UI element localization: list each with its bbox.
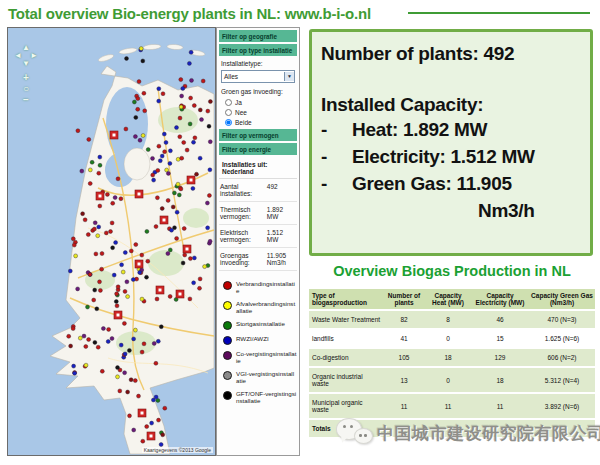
plant-dot-marker[interactable] xyxy=(168,294,172,298)
plant-dot-marker[interactable] xyxy=(146,148,150,152)
plant-dot-marker[interactable] xyxy=(126,390,130,394)
plant-dot-marker[interactable] xyxy=(198,277,202,281)
plant-dot-marker[interactable] xyxy=(134,115,138,119)
plant-dot-marker[interactable] xyxy=(160,207,164,211)
plant-dot-marker[interactable] xyxy=(115,304,119,308)
plant-dot-marker[interactable] xyxy=(162,132,166,136)
red-square-marker[interactable] xyxy=(176,290,184,298)
pan-down-icon[interactable]: ▼ xyxy=(22,60,30,68)
plant-dot-marker[interactable] xyxy=(203,265,207,269)
plant-dot-marker[interactable] xyxy=(151,156,155,160)
plant-dot-marker[interactable] xyxy=(157,144,161,148)
plant-dot-marker[interactable] xyxy=(180,94,184,98)
plant-dot-marker[interactable] xyxy=(90,160,94,164)
plant-dot-marker[interactable] xyxy=(83,218,87,222)
plant-dot-marker[interactable] xyxy=(205,201,209,205)
plant-dot-marker[interactable] xyxy=(96,234,100,238)
netherlands-map[interactable]: ▲ ◄ ► ▼ + ○ − Kaartgegevens ©2013 Google xyxy=(7,27,216,456)
plant-dot-marker[interactable] xyxy=(142,342,146,346)
plant-dot-marker[interactable] xyxy=(150,421,154,425)
plant-dot-marker[interactable] xyxy=(166,198,170,202)
plant-dot-marker[interactable] xyxy=(112,273,116,277)
plant-dot-marker[interactable] xyxy=(163,150,167,154)
plant-dot-marker[interactable] xyxy=(138,138,142,142)
plant-dot-marker[interactable] xyxy=(93,221,97,225)
plant-dot-marker[interactable] xyxy=(171,205,175,209)
plant-dot-marker[interactable] xyxy=(87,338,91,342)
plant-dot-marker[interactable] xyxy=(154,361,158,365)
filter-section-energie[interactable]: Filter op energie xyxy=(219,143,297,155)
plant-dot-marker[interactable] xyxy=(96,345,100,349)
groengas-radio-ja[interactable]: Ja xyxy=(217,97,299,107)
radio-input[interactable] xyxy=(225,109,232,116)
plant-dot-marker[interactable] xyxy=(188,122,192,126)
radio-input[interactable] xyxy=(225,99,232,106)
red-square-marker[interactable] xyxy=(183,245,191,253)
plant-dot-marker[interactable] xyxy=(88,182,92,186)
plant-dot-marker[interactable] xyxy=(97,171,101,175)
plant-dot-marker[interactable] xyxy=(129,249,133,253)
plant-dot-marker[interactable] xyxy=(119,343,123,347)
plant-dot-marker[interactable] xyxy=(72,243,76,247)
plant-dot-marker[interactable] xyxy=(172,191,176,195)
plant-dot-marker[interactable] xyxy=(92,298,96,302)
plant-dot-marker[interactable] xyxy=(179,105,183,109)
plant-dot-marker[interactable] xyxy=(137,394,141,398)
plant-dot-marker[interactable] xyxy=(98,155,102,159)
plant-dot-marker[interactable] xyxy=(133,379,137,383)
plant-dot-marker[interactable] xyxy=(208,100,212,104)
plant-dot-marker[interactable] xyxy=(177,193,181,197)
plant-dot-marker[interactable] xyxy=(126,295,130,299)
zoom-in-icon[interactable]: + xyxy=(20,72,32,83)
plant-dot-marker[interactable] xyxy=(94,252,98,256)
plant-dot-marker[interactable] xyxy=(116,375,120,379)
plant-dot-marker[interactable] xyxy=(98,280,102,284)
plant-dot-marker[interactable] xyxy=(192,256,196,260)
plant-dot-marker[interactable] xyxy=(93,288,97,292)
plant-dot-marker[interactable] xyxy=(152,178,156,182)
plant-dot-marker[interactable] xyxy=(151,173,155,177)
plant-dot-marker[interactable] xyxy=(189,96,193,100)
pan-left-icon[interactable]: ◄ xyxy=(14,52,22,60)
plant-dot-marker[interactable] xyxy=(182,227,186,231)
plant-dot-marker[interactable] xyxy=(88,168,92,172)
plant-dot-marker[interactable] xyxy=(119,197,123,201)
plant-dot-marker[interactable] xyxy=(192,140,196,144)
plant-dot-marker[interactable] xyxy=(139,47,143,51)
plant-dot-marker[interactable] xyxy=(107,327,111,331)
plant-dot-marker[interactable] xyxy=(133,135,137,139)
plant-dot-marker[interactable] xyxy=(86,305,90,309)
plant-dot-marker[interactable] xyxy=(206,226,210,230)
plant-dot-marker[interactable] xyxy=(156,339,160,343)
plant-dot-marker[interactable] xyxy=(141,59,145,63)
plant-dot-marker[interactable] xyxy=(68,269,72,273)
plant-dot-marker[interactable] xyxy=(80,169,84,173)
plant-dot-marker[interactable] xyxy=(78,336,82,340)
plant-dot-marker[interactable] xyxy=(106,340,110,344)
plant-dot-marker[interactable] xyxy=(132,337,136,341)
plant-dot-marker[interactable] xyxy=(157,418,161,422)
plant-dot-marker[interactable] xyxy=(152,341,156,345)
plant-dot-marker[interactable] xyxy=(125,280,129,284)
plant-dot-marker[interactable] xyxy=(100,267,104,271)
plant-dot-marker[interactable] xyxy=(156,168,160,172)
plant-dot-marker[interactable] xyxy=(207,124,211,128)
plant-dot-marker[interactable] xyxy=(178,116,182,120)
plant-dot-marker[interactable] xyxy=(176,182,180,186)
plant-dot-marker[interactable] xyxy=(136,97,140,101)
plant-dot-marker[interactable] xyxy=(185,148,189,152)
plant-dot-marker[interactable] xyxy=(98,204,102,208)
plant-dot-marker[interactable] xyxy=(81,212,85,216)
plant-dot-marker[interactable] xyxy=(87,137,91,141)
plant-dot-marker[interactable] xyxy=(123,289,127,293)
plant-dot-marker[interactable] xyxy=(134,243,138,247)
plant-dot-marker[interactable] xyxy=(154,395,158,399)
plant-dot-marker[interactable] xyxy=(104,231,108,235)
plant-dot-marker[interactable] xyxy=(191,186,195,190)
plant-dot-marker[interactable] xyxy=(137,80,141,84)
plant-dot-marker[interactable] xyxy=(76,129,80,133)
red-square-marker[interactable] xyxy=(135,260,143,268)
groengas-radio-nee[interactable]: Nee xyxy=(217,107,299,117)
plant-dot-marker[interactable] xyxy=(120,263,124,267)
plant-dot-marker[interactable] xyxy=(188,257,192,261)
